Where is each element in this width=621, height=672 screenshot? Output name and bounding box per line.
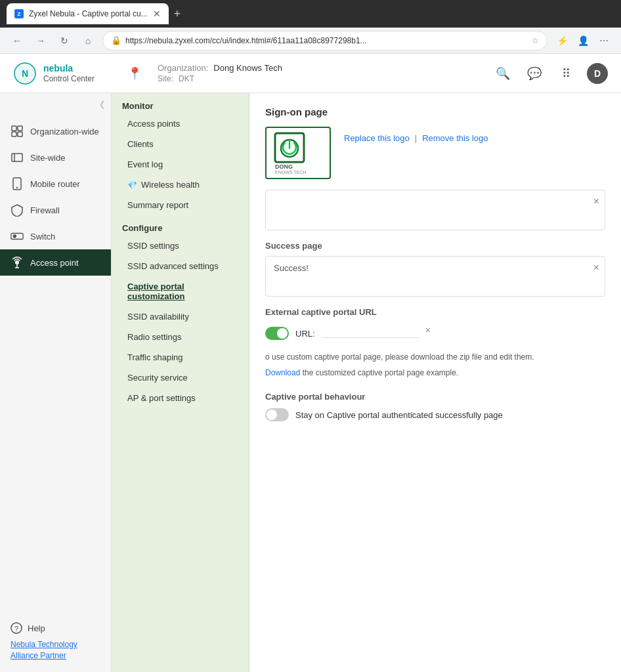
tab-favicon: Z bbox=[14, 9, 24, 18]
info-text-2: Download the customized captive portal p… bbox=[265, 367, 605, 379]
sidebar-item-access-point[interactable]: Access point bbox=[0, 249, 111, 276]
external-section-label: External captive portal URL bbox=[265, 307, 605, 317]
success-section-label: Success page bbox=[265, 241, 605, 251]
url-input[interactable] bbox=[322, 322, 420, 338]
svg-text:N: N bbox=[22, 68, 28, 79]
svg-rect-6 bbox=[12, 154, 22, 161]
submenu-item-clients[interactable]: Clients bbox=[112, 134, 249, 154]
nebula-alliance-link[interactable]: Nebula Technology Alliance Partner bbox=[11, 639, 100, 662]
sidebar-item-label: Organization-wide bbox=[30, 127, 99, 136]
submenu-item-ap-port-settings[interactable]: AP & port settings bbox=[112, 388, 249, 408]
sidebar-item-label: Site-wide bbox=[30, 153, 65, 163]
submenu-item-ssid-advanced[interactable]: SSID advanced settings bbox=[112, 256, 249, 276]
submenu: Monitor Access points Clients Event log … bbox=[112, 93, 249, 672]
sidebar-item-organization-wide[interactable]: Organization-wide bbox=[0, 118, 111, 144]
sidebar-collapse-button[interactable]: 《 bbox=[0, 100, 111, 118]
svg-point-9 bbox=[16, 187, 18, 188]
submenu-item-captive-portal[interactable]: Captive portal customization bbox=[112, 276, 249, 306]
org-value: Dong Knows Tech bbox=[213, 63, 282, 73]
access-point-icon bbox=[11, 256, 24, 269]
submenu-item-label: Captive portal customization bbox=[127, 282, 238, 301]
stay-on-page-toggle[interactable] bbox=[265, 408, 289, 421]
help-item[interactable]: ? Help bbox=[11, 617, 100, 639]
url-clear-button[interactable]: × bbox=[425, 325, 431, 335]
submenu-item-wireless-health[interactable]: 💎 Wireless health bbox=[112, 175, 249, 195]
success-message-text: Success! bbox=[274, 263, 309, 273]
site-value: DKT bbox=[179, 74, 194, 83]
submenu-item-label: Event log bbox=[127, 159, 163, 169]
sidebar-item-switch[interactable]: Switch bbox=[0, 223, 111, 249]
svg-rect-5 bbox=[18, 132, 22, 136]
submenu-item-radio-settings[interactable]: Radio settings bbox=[112, 327, 249, 347]
sidebar-item-mobile-router[interactable]: Mobile router bbox=[0, 171, 111, 197]
profile-icon[interactable]: 👤 bbox=[574, 32, 592, 50]
submenu-item-ssid-availability[interactable]: SSID availability bbox=[112, 306, 249, 327]
captive-behavior-section-label: Captive portal behaviour bbox=[265, 392, 605, 402]
browser-chrome: Z Zyxel Nebula - Captive portal cu... ✕ … bbox=[0, 0, 621, 28]
reload-button[interactable]: ↻ bbox=[55, 32, 74, 50]
brand-name: nebula bbox=[43, 62, 95, 74]
back-button[interactable]: ← bbox=[8, 32, 26, 50]
browser-tab[interactable]: Z Zyxel Nebula - Captive portal cu... ✕ bbox=[7, 3, 169, 24]
svg-rect-4 bbox=[12, 132, 16, 136]
url-input-row: × bbox=[322, 322, 431, 338]
svg-text:?: ? bbox=[14, 625, 18, 633]
site-row: Site: DKT bbox=[158, 74, 492, 83]
forward-button[interactable]: → bbox=[32, 32, 50, 50]
replace-logo-link[interactable]: Replace this logo bbox=[344, 133, 410, 143]
submenu-item-label: Access points bbox=[127, 119, 180, 129]
help-label: Help bbox=[28, 623, 45, 633]
location-icon: 📍 bbox=[125, 66, 144, 81]
svg-rect-3 bbox=[18, 126, 22, 131]
captive-behavior-row: Stay on Captive portal authenticated suc… bbox=[265, 408, 605, 421]
apps-grid-icon[interactable]: ⠿ bbox=[555, 63, 576, 84]
sidebar-item-firewall[interactable]: Firewall bbox=[0, 197, 111, 223]
submenu-item-label: Clients bbox=[127, 139, 154, 149]
svg-point-12 bbox=[15, 261, 19, 264]
sidebar-item-site-wide[interactable]: Site-wide bbox=[0, 144, 111, 171]
submenu-item-label: Radio settings bbox=[127, 332, 181, 342]
configure-section-label: Configure bbox=[112, 215, 249, 236]
sign-on-text-area-container: × bbox=[265, 190, 605, 230]
submenu-item-ssid-settings[interactable]: SSID settings bbox=[112, 236, 249, 256]
captive-behavior-section: Captive portal behaviour Stay on Captive… bbox=[265, 392, 605, 421]
remove-logo-link[interactable]: Remove this logo bbox=[422, 133, 488, 143]
submenu-item-label: Security service bbox=[127, 373, 188, 383]
download-link[interactable]: Download bbox=[265, 368, 300, 377]
sign-on-textarea[interactable] bbox=[266, 190, 605, 230]
chat-icon[interactable]: 💬 bbox=[524, 63, 545, 84]
org-wide-icon bbox=[11, 125, 24, 138]
header-actions: 🔍 💬 ⠿ D bbox=[492, 63, 608, 84]
sidebar-item-label: Access point bbox=[30, 258, 79, 268]
nebula-logo-icon: N bbox=[13, 62, 37, 85]
svg-rect-2 bbox=[12, 126, 16, 131]
submenu-item-traffic-shaping[interactable]: Traffic shaping bbox=[112, 347, 249, 368]
submenu-item-event-log[interactable]: Event log bbox=[112, 154, 249, 175]
new-tab-button[interactable]: + bbox=[174, 7, 181, 21]
address-bar[interactable]: 🔒 https://nebula.zyxel.com/cc/ui/index.h… bbox=[102, 31, 547, 51]
external-url-toggle[interactable] bbox=[265, 327, 289, 340]
submenu-item-access-points[interactable]: Access points bbox=[112, 114, 249, 134]
org-label: Organization: bbox=[158, 63, 208, 73]
logo-area: N nebula Control Center bbox=[13, 62, 125, 85]
success-textarea[interactable]: Success! bbox=[266, 257, 605, 296]
svg-text:KNOWS TECH: KNOWS TECH bbox=[275, 170, 306, 175]
svg-text:DONG: DONG bbox=[275, 163, 293, 170]
submenu-item-summary-report[interactable]: Summary report bbox=[112, 195, 249, 215]
brand-text: nebula Control Center bbox=[43, 62, 95, 85]
app-header: N nebula Control Center 📍 Organization: … bbox=[0, 54, 621, 93]
site-label: Site: bbox=[158, 74, 173, 83]
sign-on-close-button[interactable]: × bbox=[593, 196, 599, 207]
extensions-icon[interactable]: ⚡ bbox=[553, 32, 571, 50]
toggle-knob bbox=[277, 328, 288, 339]
success-close-button[interactable]: × bbox=[593, 262, 599, 274]
avatar[interactable]: D bbox=[587, 63, 608, 84]
search-icon[interactable]: 🔍 bbox=[492, 63, 513, 84]
settings-icon[interactable]: ⋯ bbox=[595, 32, 613, 50]
logo-preview: DONG KNOWS TECH bbox=[265, 127, 331, 179]
success-text-area-container: Success! × bbox=[265, 256, 605, 297]
logo-separator: | bbox=[415, 133, 417, 143]
submenu-item-security-service[interactable]: Security service bbox=[112, 368, 249, 388]
home-button[interactable]: ⌂ bbox=[79, 32, 97, 50]
tab-close-button[interactable]: ✕ bbox=[153, 9, 161, 19]
